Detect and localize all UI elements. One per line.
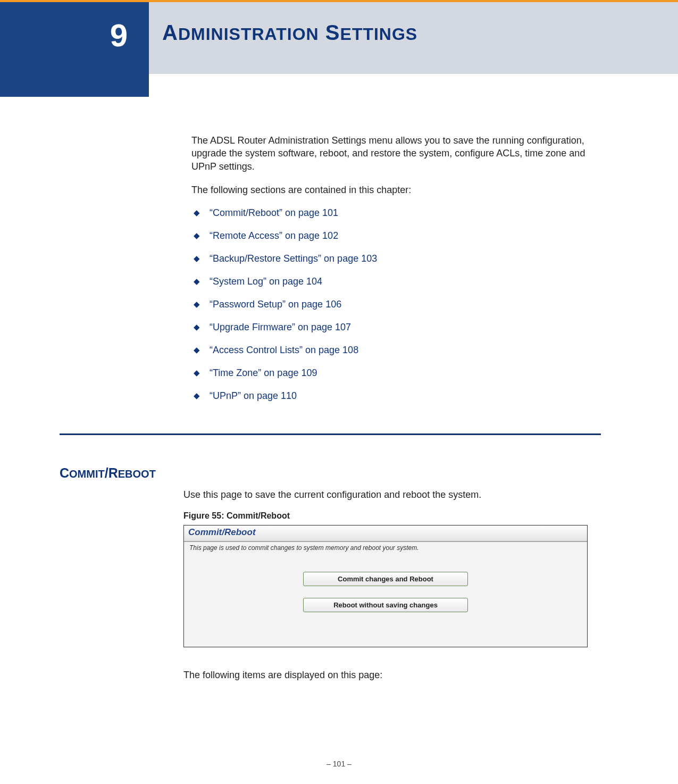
toc-link[interactable]: “Backup/Restore Settings” on page 103 [210, 253, 377, 264]
diamond-bullet-icon: ◆ [194, 299, 200, 309]
chapter-header: 9 ADMINISTRATION SETTINGS [0, 2, 678, 97]
diamond-bullet-icon: ◆ [194, 208, 200, 218]
toc-item: ◆ “Upgrade Firmware” on page 107 [191, 322, 601, 333]
content-area: The ADSL Router Administration Settings … [191, 134, 601, 435]
toc-item: ◆ “Password Setup” on page 106 [191, 299, 601, 310]
commit-reboot-button[interactable]: Commit changes and Reboot [303, 572, 468, 586]
toc-item: ◆ “Backup/Restore Settings” on page 103 [191, 253, 601, 264]
toc-link[interactable]: “System Log” on page 104 [210, 276, 322, 287]
toc-link[interactable]: “Time Zone” on page 109 [210, 368, 317, 379]
section-heading: COMMIT/REBOOT [60, 465, 156, 481]
toc-link[interactable]: “Password Setup” on page 106 [210, 299, 341, 310]
toc-item: ◆ “Access Control Lists” on page 108 [191, 345, 601, 356]
toc-item: ◆ “UPnP” on page 110 [191, 390, 601, 402]
chapter-number-box: 9 [0, 2, 149, 97]
diamond-bullet-icon: ◆ [194, 322, 200, 332]
chapter-title: ADMINISTRATION SETTINGS [162, 21, 417, 45]
diamond-bullet-icon: ◆ [194, 254, 200, 263]
figure-caption: Figure 55: Commit/Reboot [183, 511, 601, 521]
figure-panel-subtext: This page is used to commit changes to s… [184, 542, 587, 560]
toc-list: ◆ “Commit/Reboot” on page 101 ◆ “Remote … [191, 207, 601, 402]
figure-screenshot: Commit/Reboot This page is used to commi… [183, 525, 588, 647]
page-footer: – 101 – [0, 760, 678, 768]
section-intro-text: Use this page to save the current config… [183, 489, 601, 501]
section-divider [60, 433, 601, 435]
after-figure-text: The following items are displayed on thi… [183, 670, 601, 681]
section-content: Use this page to save the current config… [183, 489, 601, 681]
toc-link[interactable]: “Remote Access” on page 102 [210, 230, 338, 241]
diamond-bullet-icon: ◆ [194, 277, 200, 286]
diamond-bullet-icon: ◆ [194, 231, 200, 240]
diamond-bullet-icon: ◆ [194, 345, 200, 355]
diamond-bullet-icon: ◆ [194, 368, 200, 378]
toc-item: ◆ “Commit/Reboot” on page 101 [191, 207, 601, 219]
sections-intro: The following sections are contained in … [191, 185, 601, 196]
chapter-title-box: ADMINISTRATION SETTINGS [149, 2, 678, 74]
toc-link[interactable]: “UPnP” on page 110 [210, 390, 297, 402]
diamond-bullet-icon: ◆ [194, 391, 200, 401]
figure-buttons-container: Commit changes and Reboot Reboot without… [184, 572, 587, 612]
toc-link[interactable]: “Commit/Reboot” on page 101 [210, 207, 338, 219]
toc-item: ◆ “System Log” on page 104 [191, 276, 601, 287]
reboot-without-save-button[interactable]: Reboot without saving changes [303, 598, 468, 612]
intro-paragraph: The ADSL Router Administration Settings … [191, 134, 601, 173]
figure-panel-header: Commit/Reboot [184, 526, 587, 542]
toc-item: ◆ “Remote Access” on page 102 [191, 230, 601, 241]
toc-link[interactable]: “Access Control Lists” on page 108 [210, 345, 358, 356]
toc-item: ◆ “Time Zone” on page 109 [191, 368, 601, 379]
chapter-number: 9 [110, 17, 128, 54]
toc-link[interactable]: “Upgrade Firmware” on page 107 [210, 322, 351, 333]
